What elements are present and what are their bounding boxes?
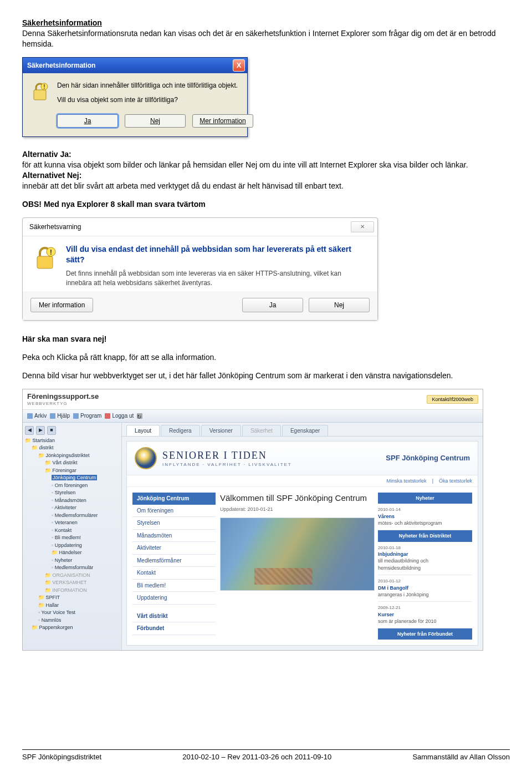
tree-papperskorgen[interactable]: Papperskorgen [25, 624, 119, 632]
site-name: SPF Jönköping Centrum [386, 453, 470, 463]
tree-jdistrikt[interactable]: Jönköpingsdistriktet [25, 452, 119, 460]
leftnav-item[interactable]: Uppdatering [132, 592, 216, 605]
tree-item[interactable]: Uppdatering [25, 542, 119, 550]
mer-information-button[interactable]: Mer information [192, 114, 253, 128]
preview-right-col: Nyheter 2010-01-14 Vårens mötes- och akt… [378, 493, 472, 640]
rightcol-header: Nyheter från Distriktet [378, 530, 472, 541]
tree-item[interactable]: Medlemsformulär [25, 564, 119, 572]
center-heading: Välkommen till SPF Jönköping Centrum [220, 493, 374, 504]
lock-warning-icon: ! [30, 81, 49, 102]
footer-right: Sammanställd av Allan Olsson [412, 752, 510, 762]
tree-item[interactable]: Veteranen [25, 519, 119, 527]
leftnav-section[interactable]: Vårt distrikt [132, 610, 216, 623]
preview-left-nav: Jönköping Centrum Om föreningen Styrelse… [132, 493, 216, 640]
svg-rect-0 [34, 90, 46, 100]
top-menu: Arkiv Hjälp Program Logga ut ↻ [23, 410, 483, 423]
leftnav-item[interactable]: Månadsmöten [132, 530, 216, 542]
intro-text: Denna Säkerhetsinformationsruta nedan ka… [22, 29, 495, 48]
tree-distrikt[interactable]: distrikt [25, 444, 119, 452]
win7-title: Säkerhetsvarning [29, 222, 81, 231]
news-item[interactable]: 2010-01-12 DM i Bangolf arrangeras i Jön… [378, 575, 472, 602]
tree-item[interactable]: Händelser [25, 549, 119, 557]
heading-sakerhetsinformation: Säkerhetsinformation [22, 18, 102, 27]
win7-description: Det finns innehåll på webbsidan som inte… [66, 269, 367, 287]
webinfo-text: Denna bild visar hur webbverktyget ser u… [22, 371, 510, 381]
tree-vart-distrikt[interactable]: Vårt distrikt [25, 459, 119, 467]
tree-item[interactable]: Namnlös [25, 617, 119, 625]
page-footer: SPF Jönköpingsdistriktet 2010-02-10 – Re… [22, 749, 510, 762]
news-item[interactable]: 2010-01-18 Inbjudningar till mediautbild… [378, 542, 472, 575]
svg-text:!: ! [50, 248, 52, 256]
alt-nej-text: innebär att det blir svårt att arbeta me… [22, 181, 344, 190]
banner-subtitle: INFLYTANDE · VALFRIHET · LIVSKVALITET [162, 462, 292, 468]
brand-name: Föreningssupport.se [27, 392, 99, 402]
nav-stop-icon[interactable]: ■ [47, 426, 56, 435]
tree-item[interactable]: Medlemsformulärer [25, 512, 119, 520]
leftnav-item[interactable]: Styrelsen [132, 517, 216, 530]
close-icon[interactable]: ✕ [351, 221, 374, 232]
contact-pill[interactable]: Kontakt/If2000web [427, 395, 478, 404]
leftnav-item[interactable]: Aktiviteter [132, 542, 216, 555]
tree-item[interactable]: Månadsmöten [25, 497, 119, 505]
webtool-screenshot: Föreningssupport.se WEBBVERKTYG Kontakt/… [22, 389, 483, 651]
tree-item[interactable]: Kontakt [25, 527, 119, 535]
tree-jonkoping-centrum-selected[interactable]: Jönköping Centrum [52, 475, 97, 480]
nav-back-icon[interactable]: ◀ [25, 426, 34, 435]
spf-logo-icon [135, 447, 157, 469]
nav-fwd-icon[interactable]: ▶ [36, 426, 45, 435]
tab-egenskaper[interactable]: Egenskaper [282, 425, 328, 437]
menu-loggaut[interactable]: Logga ut [105, 412, 134, 420]
tree-item[interactable]: Aktiviteter [25, 504, 119, 512]
ja-button[interactable]: Ja [242, 298, 303, 312]
tree-item[interactable]: Om föreningen [25, 482, 119, 490]
tree-foreningar[interactable]: Föreningar [25, 467, 119, 475]
leftnav-item[interactable]: Medlemsförmåner [132, 555, 216, 567]
ja-button[interactable]: Ja [57, 114, 118, 128]
leftnav-item[interactable]: Kontakt [132, 567, 216, 580]
menu-hjalp[interactable]: Hjälp [50, 412, 70, 420]
sidebar: ◀ ▶ ■ Startsidan distrikt Jönköpingsdist… [23, 423, 122, 651]
mer-information-button[interactable]: Mer information [30, 298, 93, 312]
menu-arkiv[interactable]: Arkiv [27, 412, 47, 420]
tool-decrease-text[interactable]: Minska textstorlek [387, 478, 427, 484]
leftnav-item[interactable]: Bli medlem! [132, 580, 216, 592]
tree-item[interactable]: Your Voice Test [25, 609, 119, 617]
leftnav-section[interactable]: Förbundet [132, 622, 216, 635]
menu-program[interactable]: Program [73, 412, 101, 420]
obs-text: OBS! Med nya Explorer 8 skall man svara … [22, 199, 510, 210]
news-item[interactable]: 2010-01-14 Vårens mötes- och aktivitetsp… [378, 504, 472, 530]
tree-item[interactable]: Bli medlem! [25, 534, 119, 542]
alt-ja-label: Alternativ Ja: [22, 150, 71, 159]
nej-button[interactable]: Nej [309, 298, 370, 312]
xp-security-dialog: Säkerhetsinformation X ! Den här sidan i… [22, 57, 248, 138]
tab-redigera[interactable]: Redigera [161, 425, 200, 437]
xp-titlebar: Säkerhetsinformation X [23, 58, 247, 73]
tree-item[interactable]: INFORMATION [25, 587, 119, 595]
xp-message-1: Den här sidan innehåller tillförlitliga … [57, 81, 253, 90]
tree-item[interactable]: Hallar [25, 602, 119, 610]
news-item[interactable]: 2009-12-21 Kurser som är planerade för 2… [378, 602, 472, 628]
rightcol-header: Nyheter från Förbundet [378, 628, 472, 640]
leftnav-item[interactable]: Om föreningen [132, 505, 216, 518]
menu-refresh-icon[interactable]: ↻ [137, 412, 142, 420]
svara-nej-text: Här ska man svara nej! [22, 334, 510, 344]
close-icon[interactable]: X [233, 59, 245, 72]
brand-subtitle: WEBBVERKTYG [27, 401, 99, 407]
tab-versioner[interactable]: Versioner [201, 425, 241, 437]
tree-item[interactable]: Nyheter [25, 557, 119, 565]
tab-layout[interactable]: Layout [126, 425, 160, 437]
leftnav-header: Jönköping Centrum [132, 493, 216, 505]
tree-item[interactable]: VERKSAMHET [25, 579, 119, 587]
alt-nej-label: Alternativet Nej: [22, 171, 81, 180]
nav-tree[interactable]: Startsidan distrikt Jönköpingsdistriktet… [25, 437, 119, 632]
nej-button[interactable]: Nej [125, 114, 186, 128]
tool-increase-text[interactable]: Öka textstorlek [439, 478, 472, 484]
tree-startsidan[interactable]: Startsidan [25, 437, 119, 445]
svg-text:!: ! [43, 84, 45, 90]
tree-item[interactable]: SPFIT [25, 594, 119, 602]
tree-item[interactable]: Styrelsen [25, 489, 119, 497]
tab-sakerhet[interactable]: Säkerhet [242, 425, 281, 437]
tree-item[interactable]: ORGANISATION [25, 572, 119, 580]
footer-left: SPF Jönköpingsdistriktet [22, 752, 101, 762]
page-preview: SENIORER I TIDEN INFLYTANDE · VALFRIHET … [126, 441, 478, 646]
